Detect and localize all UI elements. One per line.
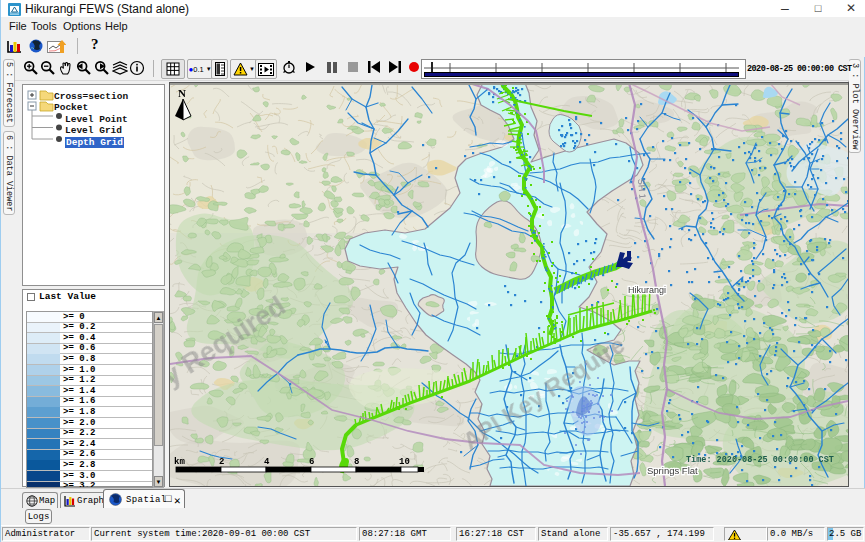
svg-text:8: 8 bbox=[354, 457, 359, 467]
svg-text:N: N bbox=[178, 87, 186, 99]
svg-text:SH 1: SH 1 bbox=[636, 178, 648, 199]
svg-text:4: 4 bbox=[264, 457, 270, 467]
svg-text:2: 2 bbox=[219, 457, 224, 467]
svg-text:Hikurangi: Hikurangi bbox=[628, 285, 666, 295]
svg-text:km: km bbox=[174, 457, 185, 467]
svg-text:10: 10 bbox=[399, 457, 410, 467]
svg-text:Time: 2020-08-25 00:00:00 CST: Time: 2020-08-25 00:00:00 CST bbox=[686, 455, 834, 465]
svg-text:6: 6 bbox=[309, 457, 314, 467]
svg-text:Springs Flat: Springs Flat bbox=[647, 465, 698, 476]
